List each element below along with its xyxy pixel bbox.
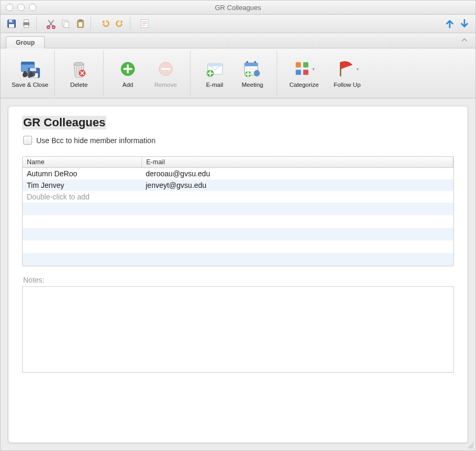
member-email: derooau@gvsu.edu [141, 168, 453, 179]
save-and-close-button[interactable]: Save & Close [11, 53, 49, 93]
next-item-button[interactable] [458, 17, 471, 31]
undo-button[interactable] [98, 17, 112, 31]
add-member-row[interactable]: Double-click to add [23, 191, 453, 203]
svg-rect-41 [245, 63, 258, 66]
svg-rect-6 [24, 25, 28, 28]
remove-member-button[interactable]: Remove [147, 53, 185, 93]
members-body: Autumn DeRooderooau@gvsu.eduTim Jenveyje… [23, 168, 453, 266]
empty-row[interactable] [23, 253, 453, 266]
svg-point-28 [24, 71, 26, 74]
svg-rect-19 [21, 62, 34, 65]
delete-button[interactable]: Delete [60, 53, 98, 93]
save-button[interactable] [5, 17, 18, 31]
add-placeholder: Double-click to add [23, 191, 141, 203]
svg-rect-51 [296, 69, 301, 75]
svg-point-47 [255, 70, 259, 74]
svg-point-29 [29, 71, 32, 74]
plus-icon [119, 58, 137, 79]
svg-rect-49 [296, 62, 301, 67]
bcc-checkbox[interactable] [23, 136, 32, 145]
resize-grip[interactable] [467, 442, 474, 449]
notes-textarea[interactable] [22, 286, 454, 373]
cut-button[interactable] [44, 17, 58, 31]
svg-rect-50 [303, 62, 308, 67]
categorize-button[interactable]: ▾ Categorize [282, 53, 326, 93]
zoom-window-button[interactable] [29, 4, 36, 11]
quick-access-toolbar [1, 15, 475, 33]
empty-row[interactable] [23, 215, 453, 228]
minus-icon [157, 58, 175, 79]
copy-button[interactable] [59, 17, 73, 31]
svg-rect-13 [79, 23, 83, 27]
column-header-name[interactable]: Name [23, 157, 142, 167]
svg-rect-38 [208, 64, 222, 66]
group-title[interactable]: GR Colleagues [22, 116, 106, 129]
follow-up-button[interactable]: ▾ Follow Up [326, 53, 369, 93]
member-email: jenveyt@gvsu.edu [141, 179, 453, 191]
close-window-button[interactable] [6, 4, 13, 11]
minimize-window-button[interactable] [17, 4, 25, 11]
dropdown-icon: ▾ [312, 67, 315, 72]
bcc-label: Use Bcc to hide member information [36, 136, 155, 145]
paste-button[interactable] [74, 17, 87, 31]
svg-rect-5 [24, 20, 28, 23]
empty-row[interactable] [23, 203, 453, 215]
svg-rect-12 [79, 19, 83, 21]
svg-rect-3 [12, 20, 13, 22]
table-row[interactable]: Tim Jenveyjenveyt@gvsu.edu [23, 179, 453, 191]
svg-rect-21 [30, 68, 36, 71]
empty-row[interactable] [23, 228, 453, 240]
svg-point-42 [246, 61, 248, 63]
add-member-button[interactable]: Add [109, 53, 147, 93]
members-header: Name E-mail [23, 157, 453, 168]
column-header-email[interactable]: E-mail [142, 157, 453, 167]
redo-button[interactable] [113, 17, 127, 31]
print-button[interactable] [19, 17, 33, 31]
collapse-ribbon-button[interactable] [461, 36, 468, 44]
save-close-icon [19, 58, 40, 79]
email-icon [204, 58, 225, 79]
content-card: GR Colleagues Use Bcc to hide member inf… [8, 106, 468, 443]
member-name: Tim Jenvey [23, 179, 141, 191]
meeting-button[interactable]: Meeting [234, 53, 271, 93]
bcc-row: Use Bcc to hide member information [23, 136, 454, 145]
window-controls [1, 4, 36, 11]
categorize-icon: ▾ [293, 58, 315, 79]
previous-item-button[interactable] [443, 17, 457, 31]
tabstrip: Group [1, 33, 475, 48]
svg-rect-10 [64, 22, 69, 28]
flag-icon: ▾ [336, 58, 359, 79]
ribbon: Save & Close Delete [1, 48, 475, 98]
tab-group[interactable]: Group [6, 36, 45, 48]
svg-rect-52 [303, 69, 308, 75]
svg-point-30 [74, 62, 84, 65]
trash-icon [69, 58, 89, 79]
table-row[interactable]: Autumn DeRooderooau@gvsu.edu [23, 168, 453, 179]
notes-label: Notes: [23, 276, 454, 284]
member-name: Autumn DeRoo [23, 168, 141, 179]
titlebar: GR Colleagues [1, 1, 475, 15]
window-title: GR Colleagues [1, 4, 475, 12]
svg-rect-2 [9, 24, 14, 28]
calendar-meeting-icon [242, 58, 263, 79]
members-table: Name E-mail Autumn DeRooderooau@gvsu.edu… [22, 156, 454, 266]
email-group-button[interactable]: E-mail [196, 53, 234, 93]
dropdown-icon: ▾ [357, 67, 359, 72]
svg-point-43 [254, 61, 256, 63]
window: GR Colleagues [0, 0, 476, 451]
empty-row[interactable] [23, 240, 453, 253]
form-button[interactable] [138, 17, 151, 31]
